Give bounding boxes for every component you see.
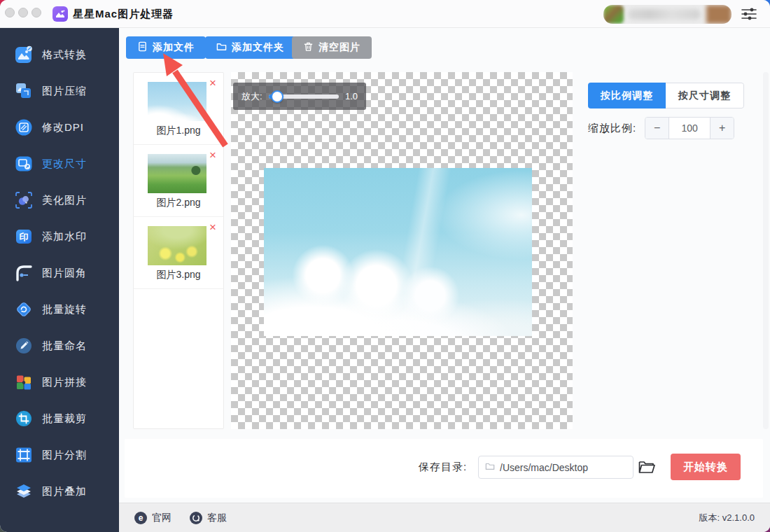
main-content: 添加文件 添加文件夹 清空图片 × 图片1.png × 图片2.png bbox=[119, 28, 770, 532]
batch-rotate-icon bbox=[15, 300, 33, 318]
sidebar-item-rounded-corner[interactable]: 图片圆角 bbox=[0, 255, 119, 291]
settings-icon[interactable] bbox=[741, 6, 757, 24]
sidebar-item-format-convert[interactable]: 格式转换 bbox=[0, 36, 119, 73]
beautify-icon bbox=[15, 191, 33, 209]
app-window: 星星Mac图片处理器 格式转换 图片压缩 bbox=[0, 0, 770, 532]
sidebar-item-batch-crop[interactable]: 批量裁剪 bbox=[0, 400, 119, 437]
file-name: 图片1.png bbox=[134, 125, 223, 137]
titlebar: 星星Mac图片处理器 bbox=[0, 0, 770, 28]
official-site-icon: e bbox=[134, 512, 147, 524]
increase-scale-button[interactable]: + bbox=[710, 118, 734, 139]
file-name: 图片2.png bbox=[134, 197, 223, 209]
preview-canvas[interactable]: 放大: 1.0 bbox=[231, 72, 573, 429]
add-file-button[interactable]: 添加文件 bbox=[126, 36, 206, 59]
preview-image-sky[interactable] bbox=[264, 168, 532, 336]
dpi-icon bbox=[15, 118, 33, 136]
tab-by-ratio[interactable]: 按比例调整 bbox=[588, 83, 666, 108]
sidebar-item-stitch[interactable]: 图片拼接 bbox=[0, 364, 119, 400]
resize-icon bbox=[15, 155, 33, 173]
file-list-panel: × 图片1.png × 图片2.png × 图片3.png bbox=[133, 72, 224, 429]
app-logo-icon bbox=[52, 6, 68, 22]
delete-file-icon[interactable]: × bbox=[209, 221, 216, 233]
scale-stepper: − 100 + bbox=[645, 117, 734, 139]
add-folder-icon bbox=[216, 41, 227, 54]
zoom-toolbar: 放大: 1.0 bbox=[233, 83, 366, 110]
scale-ratio-row: 缩放比例: − 100 + bbox=[588, 117, 734, 139]
file-thumbnail-sky[interactable] bbox=[148, 82, 206, 121]
delete-file-icon[interactable]: × bbox=[209, 77, 216, 89]
browse-folder-icon[interactable] bbox=[638, 458, 656, 478]
clear-images-button[interactable]: 清空图片 bbox=[292, 36, 372, 59]
bottom-action-bar: 保存目录: 开始转换 bbox=[125, 439, 763, 498]
sidebar-item-watermark[interactable]: 印 添加水印 bbox=[0, 218, 119, 255]
close-window-button[interactable] bbox=[5, 8, 15, 18]
rounded-corner-icon bbox=[15, 264, 33, 282]
compress-icon bbox=[15, 82, 33, 100]
add-file-doc-icon bbox=[137, 41, 148, 54]
file-item-3[interactable]: × 图片3.png bbox=[134, 217, 223, 289]
username-blurred bbox=[628, 9, 701, 20]
watermark-icon: 印 bbox=[15, 227, 33, 246]
minimize-window-button[interactable] bbox=[18, 8, 28, 18]
sidebar-item-dpi[interactable]: 修改DPI bbox=[0, 109, 119, 146]
split-icon bbox=[15, 446, 33, 464]
save-path-input[interactable] bbox=[500, 462, 619, 473]
file-thumbnail-flowers[interactable] bbox=[148, 226, 206, 265]
official-site-link[interactable]: e 官网 bbox=[134, 512, 172, 524]
file-item-1[interactable]: × 图片1.png bbox=[134, 73, 223, 145]
sidebar-item-beautify[interactable]: 美化图片 bbox=[0, 182, 119, 218]
zoom-label: 放大: bbox=[241, 90, 262, 103]
batch-rename-icon bbox=[15, 337, 33, 355]
customer-support-link[interactable]: 客服 bbox=[190, 512, 227, 524]
sidebar-item-compress[interactable]: 图片压缩 bbox=[0, 73, 119, 109]
stitch-puzzle-icon bbox=[15, 373, 33, 391]
zoom-value: 1.0 bbox=[345, 91, 358, 102]
trash-icon bbox=[303, 41, 314, 54]
sidebar-item-split[interactable]: 图片分割 bbox=[0, 437, 119, 473]
footer-bar: e 官网 客服 版本: v2.1.0.0 bbox=[119, 503, 770, 532]
overlay-layers-icon bbox=[15, 482, 33, 500]
avatar bbox=[603, 5, 624, 24]
app-title: 星星Mac图片处理器 bbox=[73, 0, 174, 28]
batch-crop-icon bbox=[15, 410, 33, 428]
zoom-slider[interactable] bbox=[269, 94, 339, 99]
save-dir-label: 保存目录: bbox=[419, 461, 467, 474]
delete-file-icon[interactable]: × bbox=[209, 149, 216, 161]
file-thumbnail-meadow[interactable] bbox=[148, 154, 206, 193]
scale-value[interactable]: 100 bbox=[668, 118, 710, 139]
file-item-2[interactable]: × 图片2.png bbox=[134, 145, 223, 217]
add-folder-button[interactable]: 添加文件夹 bbox=[205, 36, 295, 59]
resize-mode-tabs: 按比例调整 按尺寸调整 bbox=[588, 83, 744, 108]
sidebar-item-resize[interactable]: 更改尺寸 bbox=[0, 146, 119, 182]
vip-badge-blurred bbox=[706, 5, 732, 24]
fullscreen-window-button[interactable] bbox=[31, 8, 41, 18]
save-path-field[interactable] bbox=[478, 456, 634, 479]
sidebar-item-batch-rotate[interactable]: 批量旋转 bbox=[0, 291, 119, 328]
start-convert-button[interactable]: 开始转换 bbox=[671, 454, 741, 480]
sidebar-item-overlay[interactable]: 图片叠加 bbox=[0, 473, 119, 510]
user-account[interactable] bbox=[603, 5, 732, 24]
scrollbar-track[interactable] bbox=[763, 72, 769, 429]
folder-small-icon bbox=[485, 461, 495, 474]
scale-ratio-label: 缩放比例: bbox=[588, 122, 636, 135]
file-name: 图片3.png bbox=[134, 269, 223, 281]
tab-by-size[interactable]: 按尺寸调整 bbox=[666, 83, 744, 108]
zoom-slider-thumb[interactable] bbox=[271, 90, 284, 103]
version-text: 版本: v2.1.0.0 bbox=[699, 512, 755, 524]
decrease-scale-button[interactable]: − bbox=[645, 118, 668, 139]
sidebar-item-batch-rename[interactable]: 批量命名 bbox=[0, 328, 119, 364]
format-convert-icon bbox=[15, 46, 33, 64]
customer-support-icon bbox=[190, 512, 202, 524]
sidebar-nav: 格式转换 图片压缩 修改DPI 更改尺寸 美化图片 bbox=[0, 28, 119, 532]
svg-text:印: 印 bbox=[20, 232, 29, 242]
